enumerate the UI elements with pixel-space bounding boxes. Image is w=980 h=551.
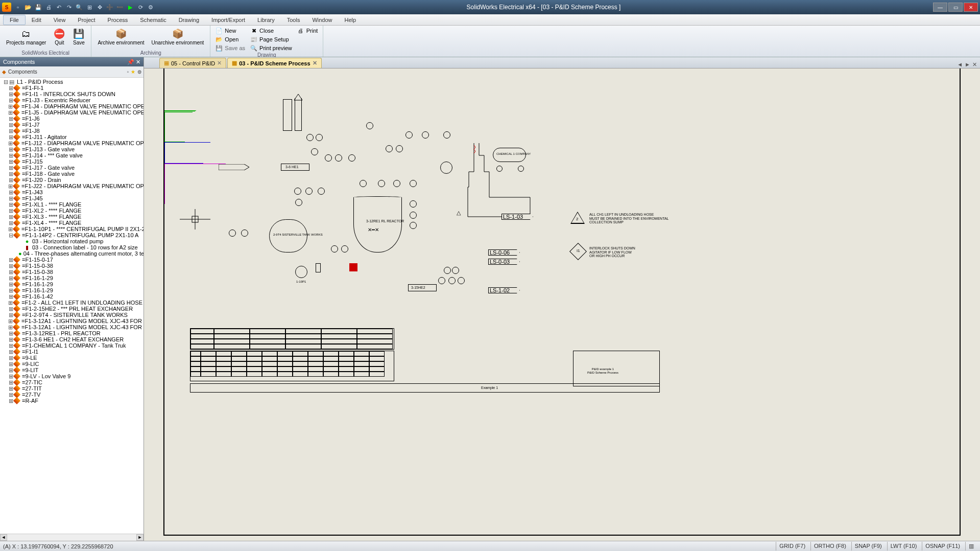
qat-run-icon[interactable]: ▶ xyxy=(126,3,135,12)
tree-node[interactable]: ⊞=F1-XL2 - **** FLANGE xyxy=(1,208,142,214)
panel-pin-icon[interactable]: 📌 xyxy=(127,59,134,65)
tree-twisty-icon[interactable]: ⊞ xyxy=(8,85,13,91)
close-doc-button[interactable]: ✖Close xyxy=(248,27,294,35)
save-button[interactable]: 💾Save xyxy=(69,27,88,47)
tree-node[interactable]: ⊞=F1-J8 xyxy=(1,128,142,134)
qat-zoom-out-icon[interactable]: ➖ xyxy=(115,3,125,12)
tree-node[interactable]: ⊞=F1-2 - ALL CH1 LEFT IN UNDLOADING HOSE xyxy=(1,300,142,306)
tree-node[interactable]: ⊞=R-AF xyxy=(1,398,142,404)
tab-nav-left-icon[interactable]: ◄ xyxy=(957,61,963,68)
tree-twisty-icon[interactable]: ⊞ xyxy=(8,300,13,306)
saveas-button[interactable]: 💾Save as xyxy=(213,44,247,52)
tree-twisty-icon[interactable]: ⊟ xyxy=(3,79,8,85)
tree-twisty-icon[interactable]: ⊞ xyxy=(8,122,13,128)
tab-scheme-process[interactable]: ▦ 03 - P&ID Scheme Process ✕ xyxy=(227,58,321,68)
tree-node[interactable]: ⊞=F1-3-6 HE1 - CH2 HEAT EXCHANGER xyxy=(1,336,142,342)
tree-node[interactable]: ⊞=F1-2-9T4 - SISTERVILLE TANK WORKS xyxy=(1,312,142,318)
snap-lwt[interactable]: LWT (F10) xyxy=(887,542,920,550)
print-button[interactable]: 🖨Print xyxy=(295,27,320,35)
tree-node[interactable]: ⊞=F1-J11 - Agitator xyxy=(1,134,142,140)
tree-twisty-icon[interactable]: ⊞ xyxy=(8,336,13,342)
qat-zoom-extents-icon[interactable]: ⊞ xyxy=(85,3,94,12)
tree-node[interactable]: ⊞=F1-I1 - INTERLOCK SHUTS DOWN xyxy=(1,91,142,97)
tab-nav-right-icon[interactable]: ► xyxy=(965,61,970,68)
tree-twisty-icon[interactable]: ⊞ xyxy=(8,140,13,146)
status-extra-icon[interactable]: ▥ xyxy=(965,542,977,550)
tree-node[interactable]: ⊞=F1-3-12A1 - LIGHTNING MODEL XJC-43 FOR… xyxy=(1,324,142,330)
panel-tool-page-icon[interactable]: ▫ xyxy=(127,69,129,75)
tree-twisty-icon[interactable]: ⊞ xyxy=(8,214,13,220)
tree-twisty-icon[interactable]: ⊟ xyxy=(8,232,13,238)
tree-twisty-icon[interactable]: ⊞ xyxy=(8,392,13,398)
menu-project[interactable]: Project xyxy=(71,15,101,25)
tree-twisty-icon[interactable]: ⊞ xyxy=(8,152,13,158)
tree-node[interactable]: ⊞=F1-J45 xyxy=(1,195,142,201)
menu-schematic[interactable]: Schematic xyxy=(134,15,172,25)
tree-node[interactable]: ⊞=9-LIT xyxy=(1,367,142,373)
tree-twisty-icon[interactable]: ⊞ xyxy=(8,183,13,189)
tree-node[interactable]: ⊞=F1-J7 xyxy=(1,122,142,128)
tree-twisty-icon[interactable]: ⊞ xyxy=(8,398,13,404)
tree-node[interactable]: ⊞=F1-15-0-17 xyxy=(1,257,142,263)
tree-node[interactable]: ⊞=F1-J22 - DIAPHRAGM VALVE PNEUMATIC OPE… xyxy=(1,183,142,189)
print-preview-button[interactable]: 🔍Print preview xyxy=(248,44,294,52)
menu-file[interactable]: File xyxy=(3,15,26,25)
snap-grid[interactable]: GRID (F7) xyxy=(776,542,808,550)
tree-twisty-icon[interactable]: ⊞ xyxy=(8,355,13,361)
tree-node[interactable]: ⊞=F1-15-0-38 xyxy=(1,263,142,269)
tree-node[interactable]: ⊞=F1-XL3 - **** FLANGE xyxy=(1,214,142,220)
menu-process[interactable]: Process xyxy=(102,15,134,25)
tree-twisty-icon[interactable]: ⊞ xyxy=(8,367,13,373)
menu-library[interactable]: Library xyxy=(251,15,281,25)
unarchive-env-button[interactable]: 📦Unarchive environment xyxy=(149,27,207,47)
tree-node[interactable]: ⊞=F1-3-12A1 - LIGHTNING MODEL XJC-43 FOR… xyxy=(1,318,142,324)
tree-twisty-icon[interactable]: ⊞ xyxy=(8,189,13,195)
tree-node[interactable]: ⊟=F1-1-14P2 - CENTRIFUGAL PUMP 2X1-10 A xyxy=(1,232,142,238)
tree-node[interactable]: ⊞=F1-J5 - DIAPHRAGM VALVE PNEUMATIC OPER… xyxy=(1,109,142,116)
menu-tools[interactable]: Tools xyxy=(281,15,306,25)
qat-zoom-in-icon[interactable]: ➕ xyxy=(105,3,114,12)
tree-twisty-icon[interactable]: ⊞ xyxy=(8,275,13,281)
snap-snap[interactable]: SNAP (F9) xyxy=(851,542,885,550)
tree-twisty-icon[interactable]: ⊞ xyxy=(8,97,13,103)
tree-node[interactable]: ⊞=F1-I1 xyxy=(1,349,142,355)
tree-node[interactable]: ●04 - Three-phases alternating current m… xyxy=(1,250,142,257)
tree-twisty-icon[interactable]: ⊞ xyxy=(8,146,13,152)
qat-save-icon[interactable]: 💾 xyxy=(34,3,43,12)
tree-twisty-icon[interactable]: ⊞ xyxy=(8,109,13,116)
panel-tool-fav-icon[interactable]: ★ xyxy=(131,69,135,75)
tree-twisty-icon[interactable]: ⊞ xyxy=(8,312,13,318)
tree-twisty-icon[interactable]: ⊞ xyxy=(8,287,13,293)
tree-twisty-icon[interactable]: ⊞ xyxy=(8,165,13,171)
menu-view[interactable]: View xyxy=(47,15,72,25)
tree-twisty-icon[interactable]: ⊞ xyxy=(8,116,13,122)
tree-twisty-icon[interactable]: ⊞ xyxy=(8,158,13,165)
tree-twisty-icon[interactable]: ⊞ xyxy=(8,318,13,324)
snap-osnap[interactable]: OSNAP (F11) xyxy=(922,542,963,550)
snap-ortho[interactable]: ORTHO (F8) xyxy=(810,542,849,550)
open-button[interactable]: 📂Open xyxy=(213,35,247,43)
tree-node[interactable]: ⊞=9-LE xyxy=(1,355,142,361)
tree-node[interactable]: ⊞=F1-J20 - Drain xyxy=(1,177,142,183)
tree-twisty-icon[interactable]: ⊞ xyxy=(8,208,13,214)
minimize-button[interactable]: — xyxy=(933,3,947,12)
tree-twisty-icon[interactable]: ⊞ xyxy=(8,201,13,208)
tree-node[interactable]: ⊞=F1-1-10P1 - **** CENTRIFUGAL PUMP II 2… xyxy=(1,226,142,232)
tree-twisty-icon[interactable]: ⊞ xyxy=(8,91,13,97)
projects-manager-button[interactable]: 🗂Projects manager xyxy=(3,27,49,47)
tree-node[interactable]: ⊞=F1-J17 - Gate valve xyxy=(1,165,142,171)
components-tree[interactable]: ⊟▤L1 - P&ID Process⊞=F1-FI-1⊞=F1-I1 - IN… xyxy=(0,78,144,534)
tree-twisty-icon[interactable]: ⊞ xyxy=(8,103,13,109)
tree-node[interactable]: ⊞=F1-J3 - Excentric Reducer xyxy=(1,97,142,103)
qat-redo-icon[interactable]: ↷ xyxy=(64,3,74,12)
panel-tool-filter-icon[interactable]: ⊚ xyxy=(137,69,141,75)
tree-twisty-icon[interactable]: ⊞ xyxy=(8,324,13,330)
tree-node[interactable]: ⊞=F1-FI-1 xyxy=(1,85,142,91)
page-setup-button[interactable]: 📰Page Setup xyxy=(248,35,294,43)
tree-node[interactable]: ⊞=27-TIT xyxy=(1,385,142,392)
tree-twisty-icon[interactable]: ⊞ xyxy=(8,226,13,232)
tree-node[interactable]: ⊞=F1-15-0-38 xyxy=(1,269,142,275)
tree-node[interactable]: ⊞=F1-J14 - *** Gate valve xyxy=(1,152,142,158)
close-tab-icon[interactable]: ✕ xyxy=(217,60,222,66)
tree-node[interactable]: ●03 - Horizontal rotated pump xyxy=(1,238,142,244)
